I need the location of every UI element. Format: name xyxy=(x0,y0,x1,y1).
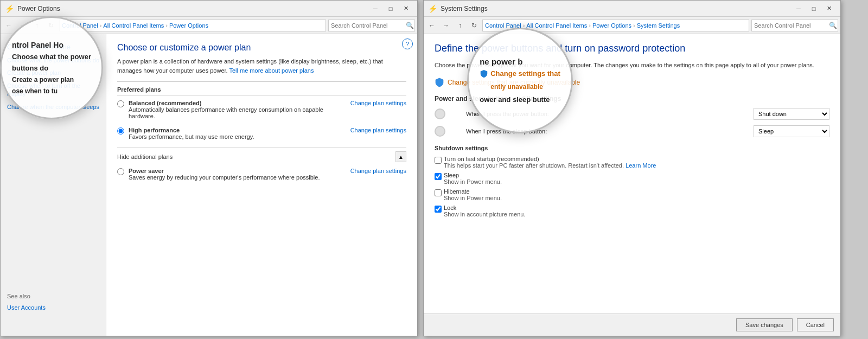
see-also-section: See also User Accounts xyxy=(7,293,52,314)
title-bar-right: ⚡ System Settings ─ □ ✕ xyxy=(424,1,840,17)
close-button-right[interactable]: ✕ xyxy=(822,3,836,14)
sub-lock: Show in account picture menu. xyxy=(444,211,525,218)
plan-radio-high-performance[interactable] xyxy=(117,127,124,135)
forward-button-right[interactable]: → xyxy=(440,20,452,31)
label-fast-startup: Turn on fast startup (recommended) xyxy=(444,156,656,162)
minimize-button-left[interactable]: ─ xyxy=(368,3,382,14)
breadcrumb-right: Control Panel › All Control Panel Items … xyxy=(482,20,749,31)
change-settings-label: Change settings that are currently unava… xyxy=(448,79,580,86)
sub-fast-startup: This helps start your PC faster after sh… xyxy=(444,162,656,169)
plan-radio-power-saver[interactable] xyxy=(117,168,124,175)
address-bar-left: ← → ↑ ↻ Control Panel › All Control Pane… xyxy=(1,17,417,34)
breadcrumb-r-all-items[interactable]: All Control Panel Items xyxy=(526,22,587,29)
right-content-wrapper: Define the power buttons and turn on pas… xyxy=(424,34,840,336)
label-lock: Lock xyxy=(444,204,525,211)
sleep-button-indicator xyxy=(435,126,445,137)
forward-button-left[interactable]: → xyxy=(17,20,29,31)
sys-title: Define the power buttons and turn on pas… xyxy=(435,43,829,54)
breadcrumb-left: Control Panel › All Control Panel Items … xyxy=(59,20,326,31)
power-button-dropdown[interactable]: Shut down Do nothing Sleep Hibernate Tur… xyxy=(754,108,829,120)
checkbox-sleep[interactable] xyxy=(435,173,442,180)
power-icon-right: ⚡ xyxy=(428,4,437,13)
sys-description: Choose the power settings that you want … xyxy=(435,61,829,70)
checkbox-lock[interactable] xyxy=(435,206,442,213)
search-box-right: 🔍 xyxy=(751,20,838,31)
save-changes-button[interactable]: Save changes xyxy=(736,318,793,331)
sleep-button-dropdown[interactable]: Sleep Do nothing Hibernate Shut down Tur… xyxy=(754,125,829,137)
checkbox-hibernate[interactable] xyxy=(435,189,442,196)
sidebar-user-accounts-link[interactable]: User Accounts xyxy=(7,302,52,314)
sidebar-item-power-buttons[interactable]: Choose what the power buttons do xyxy=(1,54,106,67)
plan-name-high-performance: High performance xyxy=(129,127,254,133)
breadcrumb-all-items[interactable]: All Control Panel Items xyxy=(103,22,164,29)
search-input-right[interactable] xyxy=(754,22,829,29)
search-icon-right: 🔍 xyxy=(829,22,837,29)
breadcrumb-r-system-settings[interactable]: System Settings xyxy=(637,22,680,29)
breadcrumb-r-power-options[interactable]: Power Options xyxy=(592,22,631,29)
search-box-left: 🔍 xyxy=(328,20,415,31)
window-controls-left: ─ □ ✕ xyxy=(368,3,413,14)
breadcrumb-r-control-panel[interactable]: Control Panel xyxy=(485,22,521,29)
shutdown-item-fast-startup: Turn on fast startup (recommended) This … xyxy=(435,156,829,169)
checkbox-fast-startup[interactable] xyxy=(435,157,442,164)
minimize-button-right[interactable]: ─ xyxy=(792,3,806,14)
back-button-left[interactable]: ← xyxy=(3,20,15,31)
power-button-indicator xyxy=(435,108,445,119)
collapse-additional-plans-button[interactable]: ▲ xyxy=(395,151,406,162)
refresh-button-left[interactable]: ↻ xyxy=(45,20,57,31)
power-icon: ⚡ xyxy=(5,4,14,13)
shutdown-section: Shutdown settings Turn on fast startup (… xyxy=(435,145,829,218)
close-button-left[interactable]: ✕ xyxy=(399,3,413,14)
plan-radio-balanced[interactable] xyxy=(117,100,124,107)
refresh-button-right[interactable]: ↻ xyxy=(468,20,480,31)
window-controls-right: ─ □ ✕ xyxy=(792,3,836,14)
system-settings-content: Define the power buttons and turn on pas… xyxy=(424,34,840,314)
sidebar-item-sleep[interactable]: Change when the computer sleeps xyxy=(1,101,106,113)
up-button-right[interactable]: ↑ xyxy=(454,20,466,31)
breadcrumb-control-panel[interactable]: Control Panel xyxy=(62,22,98,29)
up-button-left[interactable]: ↑ xyxy=(31,20,43,31)
sidebar-item-turn-off-display[interactable]: Choose when to turn off the display xyxy=(1,80,106,101)
plan-desc-high-performance: Favors performance, but may use more ene… xyxy=(129,133,254,140)
plan-item-power-saver: Power saver Saves energy by reducing you… xyxy=(117,168,406,181)
learn-more-link[interactable]: Learn More xyxy=(626,162,656,169)
additional-plans-header: Hide additional plans ▲ xyxy=(117,148,406,162)
sidebar-item-create-plan[interactable]: Create a power plan xyxy=(1,67,106,79)
preferred-plans-label: Preferred plans xyxy=(117,86,406,95)
shield-icon xyxy=(435,78,444,87)
help-button[interactable]: ? xyxy=(402,39,413,49)
tell-me-more-link[interactable]: Tell me more about power plans xyxy=(229,67,314,74)
power-button-label: When I press the power button: xyxy=(450,111,754,117)
cancel-button[interactable]: Cancel xyxy=(797,318,834,331)
sub-sleep: Show in Power menu. xyxy=(444,178,502,185)
shutdown-item-lock: Lock Show in account picture menu. xyxy=(435,204,829,218)
sidebar-left: Control Panel Home Choose what the power… xyxy=(1,34,106,336)
plan-desc-power-saver: Saves energy by reducing your computer's… xyxy=(129,174,320,181)
search-input-left[interactable] xyxy=(331,22,406,29)
bottom-bar-right: Save changes Cancel xyxy=(424,314,840,336)
maximize-button-right[interactable]: □ xyxy=(807,3,821,14)
title-bar-left-content: ⚡ Power Options xyxy=(5,4,60,13)
change-settings-button[interactable]: Change settings that are currently unava… xyxy=(435,78,580,87)
breadcrumb-power-options[interactable]: Power Options xyxy=(169,22,208,29)
plan-link-balanced[interactable]: Change plan settings xyxy=(350,100,406,106)
sub-hibernate: Show in Power menu. xyxy=(444,195,502,201)
plan-item-balanced: Balanced (recommended) Automatically bal… xyxy=(117,100,406,119)
window-title-left: Power Options xyxy=(17,5,60,12)
shutdown-item-hibernate: Hibernate Show in Power menu. xyxy=(435,188,829,201)
plan-link-power-saver[interactable]: Change plan settings xyxy=(350,168,406,174)
power-button-row: When I press the power button: Shut down… xyxy=(435,108,829,120)
title-bar-left: ⚡ Power Options ─ □ ✕ xyxy=(1,1,417,17)
sleep-button-row: When I press the sleep button: Sleep Do … xyxy=(435,125,829,137)
plan-desc-balanced: Automatically balances performance with … xyxy=(129,106,350,119)
label-sleep: Sleep xyxy=(444,172,502,178)
back-button-right[interactable]: ← xyxy=(426,20,438,31)
plan-link-high-performance[interactable]: Change plan settings xyxy=(350,127,406,133)
sleep-button-label: When I press the sleep button: xyxy=(450,128,754,135)
title-bar-right-content: ⚡ System Settings xyxy=(428,4,488,13)
plan-name-power-saver: Power saver xyxy=(129,168,320,174)
maximize-button-left[interactable]: □ xyxy=(384,3,398,14)
sidebar-home-link[interactable]: Control Panel Home xyxy=(1,40,106,54)
plan-item-high-performance: High performance Favors performance, but… xyxy=(117,127,406,140)
panel-description: A power plan is a collection of hardware… xyxy=(117,57,406,75)
